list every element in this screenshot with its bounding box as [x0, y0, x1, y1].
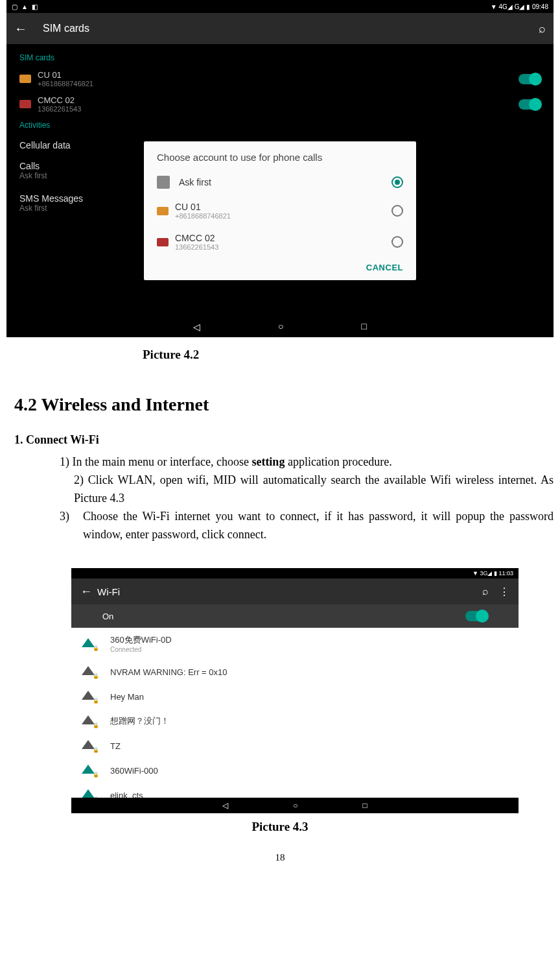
page-title: SIM cards — [43, 23, 539, 34]
nav-recent-icon[interactable]: □ — [362, 322, 367, 332]
status-icon: ▲ — [21, 3, 28, 10]
wifi-toggle[interactable] — [465, 611, 487, 621]
figure-caption: Picture 4.2 — [6, 348, 554, 362]
wifi-list: 🔒 360免费WiFi-0D Connected 🔒 NVRAM WARNING… — [71, 628, 519, 798]
subheading: 1. Connect Wi-Fi — [14, 433, 554, 447]
wifi-signal-icon: 🔒 — [82, 740, 97, 752]
nav-recent-icon[interactable]: □ — [363, 801, 368, 810]
nav-bar: ◁ ○ □ — [6, 316, 554, 337]
more-icon[interactable]: ⋮ — [499, 586, 509, 598]
wifi-signal-icon: 🔒 — [82, 765, 97, 776]
nav-back-icon[interactable]: ◁ — [193, 322, 200, 333]
sim-row[interactable]: CU 01 +8618688746821 — [6, 66, 554, 91]
option-sub: +8618688746821 — [175, 212, 391, 220]
sim-icon — [157, 238, 169, 246]
dialog-option[interactable]: Ask first — [144, 169, 416, 195]
step-3: 3) Choose the Wi-Fi internet you want to… — [57, 508, 554, 544]
sim-number: 13662261543 — [38, 105, 519, 113]
sim-row[interactable]: CMCC 02 13662261543 — [6, 91, 554, 117]
search-icon[interactable]: ⌕ — [539, 22, 546, 36]
wifi-signal-icon: 🔒 — [82, 691, 97, 702]
back-arrow-icon[interactable]: ← — [14, 21, 30, 36]
wifi-on-row: On — [71, 604, 519, 628]
status-right: ▼ 4G◢ G◢ ▮ 09:48 — [491, 3, 548, 10]
dialog-option[interactable]: CU 01 +8618688746821 — [144, 195, 416, 226]
cancel-button[interactable]: CANCEL — [144, 257, 416, 280]
sim-icon — [157, 207, 169, 215]
section-label-sim: SIM cards — [6, 49, 554, 66]
step-1: 1) In the main menu or interface, choose… — [60, 453, 554, 471]
wifi-ssid: NVRAM WARNING: Err = 0x10 — [110, 667, 508, 677]
sim-name: CMCC 02 — [38, 95, 519, 105]
status-bar: ▼ 3G◢ ▮ 11:03 — [71, 568, 519, 578]
wifi-signal-icon: 🔒 — [82, 715, 97, 727]
ask-first-icon — [157, 176, 170, 189]
dialog-option[interactable]: CMCC 02 13662261543 — [144, 226, 416, 257]
nav-bar: ◁ ○ □ — [71, 798, 519, 813]
section-heading: 4.2 Wireless and Internet — [14, 394, 554, 415]
sim-name: CU 01 — [38, 70, 519, 80]
wifi-signal-icon: 🔒 — [82, 789, 97, 798]
sim-cards-screenshot: ▢ ▲ ◧ ▼ 4G◢ G◢ ▮ 09:48 ← SIM cards ⌕ SIM… — [6, 0, 554, 337]
nav-back-icon[interactable]: ◁ — [222, 801, 228, 810]
figure-caption: Picture 4.3 — [6, 820, 554, 834]
wifi-network-row[interactable]: 🔒 Hey Man — [71, 684, 519, 709]
wifi-ssid: TZ — [110, 741, 508, 751]
option-name: Ask first — [179, 177, 391, 187]
sim-number: +8618688746821 — [38, 80, 519, 88]
wifi-ssid: 360WiFi-000 — [110, 766, 508, 776]
back-arrow-icon[interactable]: ← — [80, 585, 97, 599]
wifi-network-row[interactable]: 🔒 TZ — [71, 733, 519, 758]
wifi-ssid: Hey Man — [110, 692, 508, 702]
account-chooser-dialog: Choose account to use for phone calls As… — [144, 141, 416, 280]
wifi-network-row[interactable]: 🔒 360WiFi-000 — [71, 758, 519, 783]
app-bar: ← Wi-Fi ⌕ ⋮ — [71, 578, 519, 604]
wifi-network-row[interactable]: 🔒 NVRAM WARNING: Err = 0x10 — [71, 660, 519, 684]
page-title: Wi-Fi — [97, 586, 482, 597]
section-label-activities: Activities — [6, 117, 554, 134]
wifi-network-row[interactable]: 🔒 elink_cts — [71, 783, 519, 798]
option-name: CMCC 02 — [175, 233, 391, 243]
wifi-ssid: 360免费WiFi-0D — [110, 634, 508, 646]
sim-icon — [19, 75, 31, 83]
radio[interactable] — [391, 236, 403, 248]
dialog-title: Choose account to use for phone calls — [144, 141, 416, 169]
radio[interactable] — [391, 205, 403, 217]
page-number: 18 — [6, 852, 554, 863]
radio-selected[interactable] — [391, 176, 403, 188]
nav-home-icon[interactable]: ○ — [293, 801, 298, 810]
nav-home-icon[interactable]: ○ — [278, 322, 283, 332]
sim-toggle[interactable] — [519, 99, 541, 110]
wifi-ssid: elink_cts — [110, 791, 508, 798]
wifi-network-row[interactable]: 🔒 想蹭网？没门！ — [71, 709, 519, 733]
option-name: CU 01 — [175, 202, 391, 212]
status-icon: ◧ — [32, 3, 38, 10]
step-2: 2) Click WLAN, open wifi, MID will autom… — [74, 471, 554, 508]
wifi-ssid: 想蹭网？没门！ — [110, 715, 508, 727]
search-icon[interactable]: ⌕ — [482, 586, 489, 597]
wifi-network-row[interactable]: 🔒 360免费WiFi-0D Connected — [71, 628, 519, 660]
on-label: On — [102, 612, 465, 621]
wifi-screenshot: ▼ 3G◢ ▮ 11:03 ← Wi-Fi ⌕ ⋮ On 🔒 360免费WiFi… — [71, 568, 519, 813]
sim-icon — [19, 100, 31, 108]
wifi-signal-icon: 🔒 — [82, 666, 97, 678]
wifi-status: Connected — [110, 646, 508, 653]
sim-toggle[interactable] — [519, 74, 541, 84]
app-bar: ← SIM cards ⌕ — [6, 13, 554, 44]
status-bar: ▢ ▲ ◧ ▼ 4G◢ G◢ ▮ 09:48 — [6, 0, 554, 13]
wifi-signal-icon: 🔒 — [82, 638, 97, 650]
option-sub: 13662261543 — [175, 243, 391, 251]
status-icon: ▢ — [12, 3, 18, 10]
